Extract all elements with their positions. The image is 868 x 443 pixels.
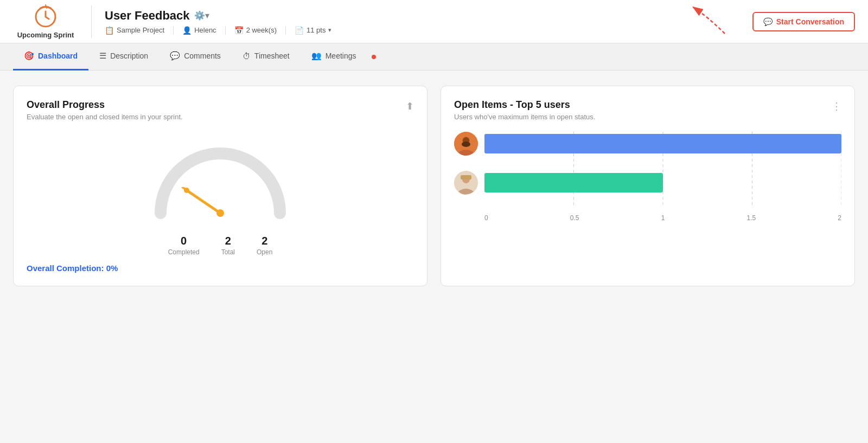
annotation-area: 💬 Start Conversation [752,12,855,31]
card-header-row: Overall Progress Evaluate the open and c… [27,99,414,132]
meta-user: 👤 Helenc [174,26,225,35]
project-icon: 📋 [105,26,114,35]
header-divider [91,5,92,38]
gauge-container [27,137,414,224]
tab-timesheet-label: Timesheet [254,52,290,60]
avatar-svg-2 [454,171,478,195]
bar-track-2 [484,173,841,192]
project-name: Sample Project [117,26,164,34]
open-items-card: Open Items - Top 5 users Users who've ma… [441,86,855,286]
user-avatar-2 [454,171,478,195]
x-label-4: 2 [838,214,841,222]
completed-stat: 0 Completed [168,235,200,256]
tab-description-label: Description [110,52,148,60]
open-items-header-text: Open Items - Top 5 users Users who've ma… [454,99,595,132]
chart-grid [454,132,841,210]
svg-point-4 [216,209,224,217]
tab-comments-label: Comments [184,52,221,60]
tab-description[interactable]: ☰ Description [88,43,159,70]
meta-duration: 📅 2 week(s) [226,26,286,35]
svg-rect-16 [461,175,471,179]
export-icon[interactable]: ⬆ [406,100,414,112]
bar-track-1 [484,134,841,153]
description-tab-icon: ☰ [99,51,106,61]
bar-row-1 [454,132,841,156]
x-label-0: 0 [484,214,488,222]
overall-progress-title: Overall Progress [27,99,183,111]
points-dropdown-icon[interactable]: ▾ [328,27,331,34]
x-axis: 0 0.5 1 1.5 2 [454,214,841,222]
user-avatar-1 [454,132,478,156]
start-conversation-button[interactable]: 💬 Start Conversation [752,12,855,31]
chat-icon: 💬 [763,17,773,26]
svg-point-13 [462,142,470,147]
nav-tabs: 🎯 Dashboard ☰ Description 💬 Comments ⏱ T… [0,43,868,70]
timesheet-tab-icon: ⏱ [242,52,251,61]
completed-label: Completed [168,248,200,256]
card-header-text: Overall Progress Evaluate the open and c… [27,99,183,132]
main-content: Overall Progress Evaluate the open and c… [0,70,868,301]
open-value: 2 [261,235,267,247]
gear-icon[interactable]: ⚙️▾ [194,10,209,21]
tab-meetings[interactable]: 👥 Meetings [301,43,367,70]
page-title: User Feedback [105,9,190,23]
overall-progress-card: Overall Progress Evaluate the open and c… [13,86,427,286]
bar-chart-wrapper: 0 0.5 1 1.5 2 [454,132,841,222]
meta-project: 📋 Sample Project [105,26,174,35]
clock-icon [33,4,59,30]
x-label-3: 1.5 [746,214,756,222]
tab-meetings-label: Meetings [326,52,356,60]
logo-area: Upcoming Sprint [13,4,78,39]
open-label: Open [257,248,272,256]
bar-fill-1 [484,134,841,153]
open-stat: 2 Open [257,235,272,256]
tab-timesheet[interactable]: ⏱ Timesheet [232,43,301,70]
duration-text: 2 week(s) [246,26,277,34]
user-icon: 👤 [182,26,192,35]
more-options-icon[interactable]: ⋮ [832,100,841,112]
open-items-header: Open Items - Top 5 users Users who've ma… [454,99,841,132]
logo-label: Upcoming Sprint [17,31,74,39]
header-meta: 📋 Sample Project 👤 Helenc 📅 2 week(s) 📄 … [105,26,752,35]
meta-points: 📄 11 pts ▾ [286,26,340,35]
x-label-1: 0.5 [570,214,579,222]
total-label: Total [221,248,235,256]
gauge-chart [144,137,296,224]
tab-dashboard-label: Dashboard [38,52,78,60]
points-icon: 📄 [295,26,304,35]
dashboard-tab-icon: 🎯 [24,51,34,61]
header: Upcoming Sprint User Feedback ⚙️▾ 📋 Samp… [0,0,868,43]
total-stat: 2 Total [221,235,235,256]
bar-row-2 [454,171,841,195]
meetings-tab-icon: 👥 [311,51,322,61]
nav-notification-dot [372,55,376,59]
open-items-subtitle: Users who've maximum items in open statu… [454,113,595,121]
avatar-svg-1 [454,132,478,156]
header-title-row: User Feedback ⚙️▾ [105,9,752,23]
gauge-stats: 0 Completed 2 Total 2 Open [27,235,414,256]
comments-tab-icon: 💬 [170,51,180,61]
overall-completion-text: Overall Completion: 0% [27,264,414,273]
user-name: Helenc [194,26,216,34]
tab-comments[interactable]: 💬 Comments [159,43,232,70]
total-value: 2 [225,235,231,247]
tab-dashboard[interactable]: 🎯 Dashboard [13,43,88,70]
overall-progress-subtitle: Evaluate the open and closed items in yo… [27,113,183,121]
open-items-title: Open Items - Top 5 users [454,99,595,111]
calendar-icon: 📅 [234,26,244,35]
header-info: User Feedback ⚙️▾ 📋 Sample Project 👤 Hel… [105,9,752,35]
x-label-2: 1 [661,214,665,222]
svg-point-5 [184,188,189,193]
start-conversation-label: Start Conversation [776,17,844,26]
completed-value: 0 [181,235,187,247]
bar-fill-2 [484,173,663,192]
points-text: 11 pts [307,26,326,34]
svg-line-3 [187,190,220,213]
